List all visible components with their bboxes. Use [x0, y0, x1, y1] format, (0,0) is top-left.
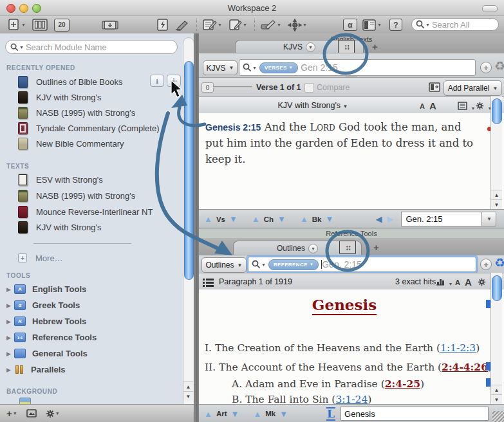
- more-texts-button[interactable]: + More…: [18, 251, 179, 265]
- sidebar-item-greek-tools[interactable]: ▶ α Greek Tools: [6, 298, 174, 313]
- refresh-icon[interactable]: ♻: [494, 60, 504, 72]
- sidebar-item-hebrew-tools[interactable]: ▶ א Hebrew Tools: [6, 314, 174, 329]
- verse-reference[interactable]: Genesis 2:15: [205, 122, 261, 133]
- article-down-button[interactable]: ▼: [231, 410, 239, 418]
- scope-pill-verses[interactable]: VERSES▼: [259, 62, 298, 73]
- amplify-module-button[interactable]: [167, 75, 181, 87]
- scroll-down-arrow[interactable]: ▼: [183, 391, 193, 401]
- toolbar-toggle-button[interactable]: [482, 5, 498, 12]
- mark-up-button[interactable]: ▲: [253, 410, 261, 418]
- kjv-text-pane[interactable]: Genesis 2:15 And the Lord God took the m…: [199, 113, 504, 209]
- disclosure-triangle-icon[interactable]: ▶: [6, 351, 14, 357]
- chapter-up-button[interactable]: ▲: [252, 215, 260, 223]
- sidebar-item-esv[interactable]: ESV with Strong's: [18, 172, 179, 187]
- user-notes-button[interactable]: ▼: [203, 18, 222, 32]
- verse-range-link-hit[interactable]: 2:4-4:26: [442, 361, 488, 373]
- outlines-module-button[interactable]: Outlines▼: [201, 257, 247, 273]
- increase-font-button[interactable]: A: [465, 277, 472, 288]
- goto-reference-combo[interactable]: Gen. 2:15 ▼: [401, 212, 496, 226]
- window-resize-grip[interactable]: [492, 411, 504, 422]
- pane-settings-icon[interactable]: ▼: [476, 101, 492, 113]
- top-pane-scrollbar-thumb[interactable]: [492, 98, 502, 124]
- add-parallel-button[interactable]: Add Parallel▼: [443, 80, 502, 96]
- sidebar-item-reference-tools[interactable]: ▶ 1:1 Reference Tools: [6, 330, 174, 345]
- add-tab-kjvs-plus[interactable]: +: [372, 41, 378, 52]
- highlight-pen-button[interactable]: ▼: [261, 18, 281, 32]
- add-tab-outlines-plus[interactable]: +: [373, 242, 379, 253]
- highlighter-button[interactable]: [174, 18, 190, 32]
- bookmark-flag[interactable]: [486, 300, 490, 308]
- show-image-button[interactable]: [26, 409, 37, 417]
- tie-panes-icon[interactable]: ↕↕: [339, 241, 356, 254]
- book-down-button[interactable]: ▼: [326, 215, 334, 223]
- refresh-icon[interactable]: ♻: [494, 257, 504, 269]
- scroll-up-arrow[interactable]: ▲: [183, 381, 193, 391]
- chapter-down-button[interactable]: ▼: [277, 215, 286, 223]
- verses-search-field[interactable]: ▼ VERSES▼ Gen 2:15: [239, 59, 476, 76]
- outlines-content-pane[interactable]: Genesis I. The Creation of the Heavens a…: [199, 289, 504, 404]
- top-pane-scrollbar[interactable]: ▲ ▼: [490, 96, 502, 209]
- sidebar-item-general-tools[interactable]: ▶ General Tools: [6, 346, 174, 361]
- scope-pill-reference[interactable]: REFERENCE▼: [268, 259, 319, 270]
- decrease-font-button[interactable]: A: [420, 102, 425, 110]
- add-module-button[interactable]: +▼: [6, 408, 17, 419]
- bookmark-flag[interactable]: [486, 378, 490, 387]
- verse-range-link[interactable]: 3:1-24: [335, 394, 368, 404]
- help-button[interactable]: ?: [389, 18, 402, 32]
- verse-range-link-hit[interactable]: 2:4-25: [385, 378, 420, 390]
- goto-entry-field[interactable]: Genesis: [341, 407, 489, 421]
- disclosure-triangle-icon[interactable]: ▶: [6, 286, 14, 293]
- combo-dropdown-icon[interactable]: ▼: [481, 212, 496, 226]
- sidebar-item-english-tools[interactable]: ▶ A English Tools: [6, 282, 174, 297]
- module-search-field[interactable]: ▼ Search Module Name: [5, 40, 178, 54]
- sidebar-scrollbar-thumb[interactable]: [184, 61, 194, 280]
- detach-pane-icon[interactable]: [429, 82, 440, 95]
- reference-search-field[interactable]: ▼ REFERENCE▼ Gen. 2:15: [248, 257, 476, 272]
- disclosure-triangle-icon[interactable]: ▶: [6, 367, 14, 373]
- disclosure-triangle-icon[interactable]: ▶: [6, 318, 14, 325]
- edit-button[interactable]: ▼: [229, 18, 247, 32]
- history-forward-button[interactable]: ▶: [387, 215, 393, 223]
- sidebar-item-tyndale-commentary[interactable]: Tyndale Commentary (Complete): [18, 121, 179, 135]
- history-back-button[interactable]: ◀: [375, 215, 382, 223]
- amplify-button[interactable]: ▼: [288, 18, 307, 32]
- analysis-chart-icon[interactable]: ▼: [436, 277, 453, 288]
- mark-down-button[interactable]: ▼: [279, 410, 288, 418]
- character-palette-button[interactable]: α: [343, 18, 357, 32]
- kjvs-module-button[interactable]: KJVS▼: [203, 60, 238, 75]
- search-all-field[interactable]: ▼ Search All: [411, 18, 499, 31]
- disclosure-triangle-icon[interactable]: ▶: [6, 335, 14, 341]
- sidebar-item-kjv-texts[interactable]: KJV with Strong's: [18, 220, 179, 234]
- verse-range-link[interactable]: 1:1-2:3: [440, 342, 476, 354]
- sidebar-item-nasb-recent[interactable]: NASB (1995) with Strong's: [18, 106, 179, 120]
- sidebar-item-parallels[interactable]: ▶ Parallels: [6, 362, 174, 377]
- increase-font-button[interactable]: A: [429, 100, 436, 111]
- context-slider[interactable]: [213, 86, 252, 88]
- sidebar-item-nasb-texts[interactable]: NASB (1995) with Strong's: [18, 188, 179, 203]
- add-search-term-button[interactable]: +: [480, 259, 492, 270]
- scroll-down-arrow[interactable]: ▼: [491, 394, 502, 404]
- text-browser-button[interactable]: [102, 18, 118, 32]
- new-tab-button[interactable]: ▼: [8, 18, 26, 32]
- bottom-pane-scrollbar-thumb[interactable]: [492, 275, 502, 301]
- disclosure-triangle-icon[interactable]: ▶: [6, 302, 14, 309]
- article-up-button[interactable]: ▲: [204, 410, 212, 418]
- tab-menu-icon[interactable]: ▼: [306, 42, 315, 52]
- sidebar-item-new-bible-commentary[interactable]: New Bible Commentary: [18, 136, 179, 151]
- sidebar-item-kjv-strongs-recent[interactable]: KJV with Strong's: [18, 90, 179, 104]
- compare-checkbox[interactable]: [304, 83, 314, 93]
- scroll-up-arrow[interactable]: ▲: [491, 190, 502, 199]
- outline-list-icon[interactable]: [203, 278, 214, 289]
- verse-down-button[interactable]: ▼: [229, 215, 238, 223]
- sidebar-scrollbar[interactable]: ▲ ▼: [183, 37, 194, 416]
- info-button[interactable]: i: [150, 75, 164, 87]
- decrease-font-button[interactable]: A: [455, 279, 460, 286]
- verse-up-button[interactable]: ▲: [204, 215, 212, 223]
- bookmark-flag[interactable]: [486, 362, 490, 371]
- tie-panes-icon[interactable]: ↕↕: [338, 40, 355, 53]
- scroll-up-arrow[interactable]: ▲: [491, 385, 502, 394]
- tab-menu-icon[interactable]: ▼: [308, 244, 318, 253]
- scroll-down-arrow[interactable]: ▼: [491, 199, 502, 209]
- arrange-windows-button[interactable]: ▼: [362, 18, 382, 32]
- daily-reading-button[interactable]: 20: [54, 18, 70, 32]
